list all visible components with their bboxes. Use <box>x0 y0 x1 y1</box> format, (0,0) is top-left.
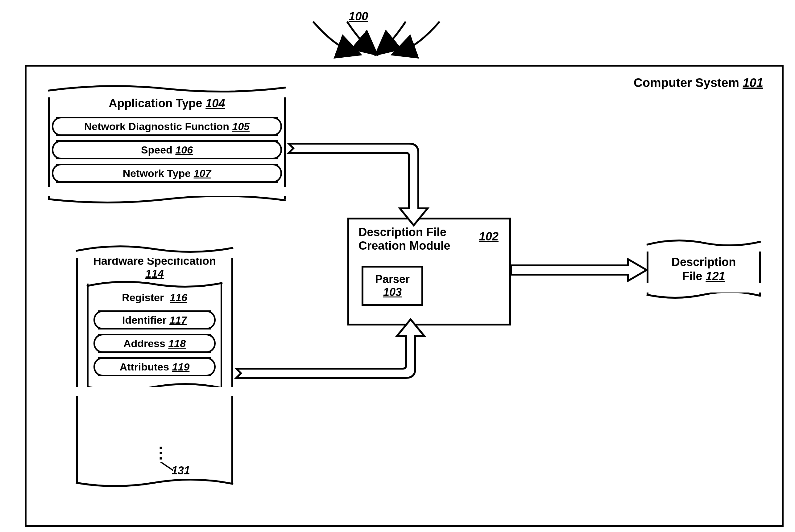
ref-131: 131 <box>171 464 190 477</box>
desc-file-line1: Description <box>671 255 736 268</box>
app-type-ref: 104 <box>205 97 225 110</box>
computer-system-label: Computer System 101 <box>634 76 763 90</box>
register-item: Identifier 117 <box>98 310 211 329</box>
item-ref: 118 <box>168 338 186 349</box>
patent-figure: 100 Computer System 101 Application Type <box>6 6 795 532</box>
item-label: Network Type <box>123 167 191 179</box>
wavy-border-icon <box>647 236 761 248</box>
flow-arrow-module-to-output <box>511 258 650 282</box>
ellipsis-icon: ⋮ <box>153 449 168 456</box>
item-ref: 119 <box>172 361 190 373</box>
desc-file-line2: File <box>682 270 702 283</box>
register-title: Register 116 <box>92 290 217 306</box>
register-item: Attributes 119 <box>98 357 211 376</box>
hw-spec-title-text: Hardware Specification <box>93 254 216 267</box>
item-ref: 105 <box>232 120 250 133</box>
item-ref: 106 <box>175 144 193 156</box>
item-ref: 107 <box>194 167 211 179</box>
parser-box: Parser 103 <box>362 266 423 306</box>
flow-arrow-hw-to-module <box>233 319 434 399</box>
parser-label: Parser <box>375 273 410 286</box>
module-title-line2: Creation Module <box>359 239 450 252</box>
module-ref: 102 <box>479 230 499 243</box>
parser-ref: 103 <box>383 286 402 299</box>
wavy-border-icon <box>647 288 761 301</box>
item-label: Network Diagnostic Function <box>84 120 229 133</box>
system-label-text: Computer System <box>634 76 739 89</box>
application-type-box: Application Type 104 Network Diagnostic … <box>48 88 286 199</box>
register-item: Address 118 <box>98 334 211 353</box>
item-label: Speed <box>141 144 173 156</box>
app-type-title-text: Application Type <box>109 97 202 110</box>
item-label: Identifier <box>122 314 167 326</box>
wavy-border-icon <box>76 242 233 254</box>
item-label: Attributes <box>120 361 169 373</box>
svg-line-0 <box>161 462 173 470</box>
item-label: Address <box>123 338 165 349</box>
wavy-border-icon <box>87 278 222 290</box>
wavy-border-icon <box>48 82 286 94</box>
system-ref: 101 <box>743 76 763 89</box>
wavy-border-icon <box>48 193 286 205</box>
app-type-item: Speed 106 <box>56 140 278 159</box>
item-ref: 117 <box>169 314 187 326</box>
app-type-item: Network Type 107 <box>56 164 278 183</box>
register-title-text: Register <box>122 291 164 303</box>
description-file-box: Description File 121 <box>647 242 761 294</box>
desc-file-ref: 121 <box>706 270 725 283</box>
description-file-creation-module: Description File Creation Module 102 Par… <box>347 217 511 325</box>
figure-arc-arrows <box>299 15 453 59</box>
flow-arrow-app-to-module <box>286 134 434 227</box>
module-title-line1: Description File <box>359 226 446 239</box>
register-ref: 116 <box>170 291 187 303</box>
computer-system-box: Computer System 101 Application Type 104… <box>25 65 783 527</box>
app-type-item: Network Diagnostic Function 105 <box>56 117 278 136</box>
wavy-border-icon <box>87 381 222 393</box>
register-group: Register 116 Identifier 117 Address 118 … <box>87 284 222 387</box>
wavy-border-icon <box>76 476 233 489</box>
